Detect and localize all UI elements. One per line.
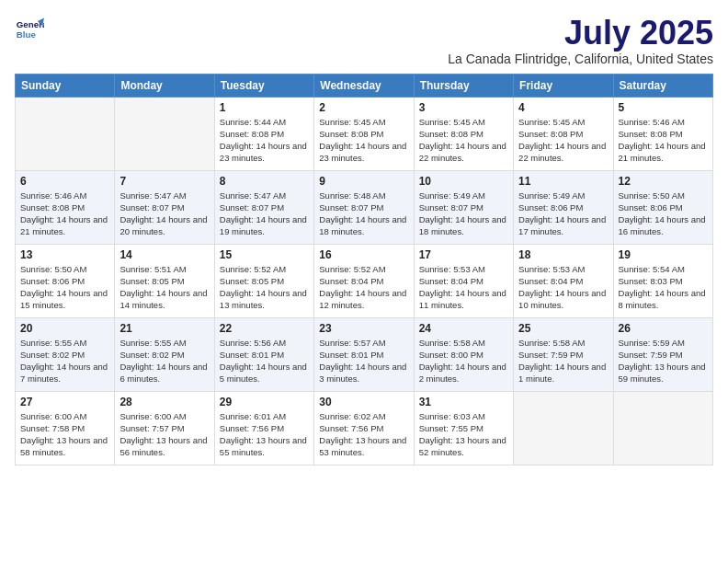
day-number: 1 <box>220 101 309 114</box>
day-number: 16 <box>319 248 408 261</box>
day-info: Sunrise: 6:01 AM Sunset: 7:56 PM Dayligh… <box>220 410 309 459</box>
day-number: 5 <box>619 101 708 114</box>
day-info: Sunrise: 6:00 AM Sunset: 7:58 PM Dayligh… <box>20 410 109 459</box>
day-number: 7 <box>119 175 209 188</box>
calendar-cell: 8Sunrise: 5:47 AM Sunset: 8:07 PM Daylig… <box>214 170 313 244</box>
calendar-cell: 16Sunrise: 5:52 AM Sunset: 8:04 PM Dayli… <box>314 244 414 317</box>
day-number: 2 <box>319 101 408 114</box>
calendar-cell: 31Sunrise: 6:03 AM Sunset: 7:55 PM Dayli… <box>414 391 513 465</box>
calendar-cell: 29Sunrise: 6:01 AM Sunset: 7:56 PM Dayli… <box>214 391 313 465</box>
calendar-cell: 11Sunrise: 5:49 AM Sunset: 8:06 PM Dayli… <box>514 170 613 244</box>
calendar-cell: 2Sunrise: 5:45 AM Sunset: 8:08 PM Daylig… <box>314 97 414 170</box>
calendar-cell: 4Sunrise: 5:45 AM Sunset: 8:08 PM Daylig… <box>514 97 613 170</box>
calendar-cell: 22Sunrise: 5:56 AM Sunset: 8:01 PM Dayli… <box>214 317 313 391</box>
weekday-header-wednesday: Wednesday <box>314 74 414 97</box>
calendar-cell: 19Sunrise: 5:54 AM Sunset: 8:03 PM Dayli… <box>613 244 712 317</box>
calendar-week-row: 1Sunrise: 5:44 AM Sunset: 8:08 PM Daylig… <box>16 97 713 170</box>
location: La Canada Flintridge, California, United… <box>448 52 713 66</box>
day-info: Sunrise: 5:50 AM Sunset: 8:06 PM Dayligh… <box>619 190 708 238</box>
calendar: SundayMondayTuesdayWednesdayThursdayFrid… <box>15 74 713 465</box>
logo: General Blue <box>15 15 44 44</box>
day-number: 25 <box>518 322 608 335</box>
calendar-cell: 21Sunrise: 5:55 AM Sunset: 8:02 PM Dayli… <box>115 317 214 391</box>
weekday-header-friday: Friday <box>514 74 613 97</box>
calendar-cell: 15Sunrise: 5:52 AM Sunset: 8:05 PM Dayli… <box>214 244 313 317</box>
page-header: General Blue July 2025 La Canada Flintri… <box>15 15 713 66</box>
day-number: 21 <box>119 322 209 335</box>
calendar-cell: 27Sunrise: 6:00 AM Sunset: 7:58 PM Dayli… <box>16 391 115 465</box>
calendar-cell: 6Sunrise: 5:46 AM Sunset: 8:08 PM Daylig… <box>16 170 115 244</box>
day-info: Sunrise: 5:45 AM Sunset: 8:08 PM Dayligh… <box>518 116 608 165</box>
day-number: 3 <box>419 101 508 114</box>
title-block: July 2025 La Canada Flintridge, Californ… <box>448 15 713 66</box>
calendar-cell: 10Sunrise: 5:49 AM Sunset: 8:07 PM Dayli… <box>414 170 513 244</box>
calendar-cell: 25Sunrise: 5:58 AM Sunset: 7:59 PM Dayli… <box>514 317 613 391</box>
day-info: Sunrise: 5:51 AM Sunset: 8:05 PM Dayligh… <box>119 263 209 312</box>
day-info: Sunrise: 5:53 AM Sunset: 8:04 PM Dayligh… <box>518 263 608 312</box>
day-number: 8 <box>220 175 309 188</box>
day-info: Sunrise: 5:49 AM Sunset: 8:07 PM Dayligh… <box>419 190 508 238</box>
calendar-week-row: 27Sunrise: 6:00 AM Sunset: 7:58 PM Dayli… <box>16 391 713 465</box>
day-number: 14 <box>119 248 209 261</box>
day-number: 31 <box>419 396 508 408</box>
calendar-cell: 18Sunrise: 5:53 AM Sunset: 8:04 PM Dayli… <box>514 244 613 317</box>
day-number: 18 <box>518 248 608 261</box>
calendar-cell: 12Sunrise: 5:50 AM Sunset: 8:06 PM Dayli… <box>613 170 712 244</box>
calendar-week-row: 20Sunrise: 5:55 AM Sunset: 8:02 PM Dayli… <box>16 317 713 391</box>
calendar-cell <box>115 97 214 170</box>
day-number: 17 <box>419 248 508 261</box>
weekday-header-row: SundayMondayTuesdayWednesdayThursdayFrid… <box>16 74 713 97</box>
day-info: Sunrise: 5:55 AM Sunset: 8:02 PM Dayligh… <box>20 337 109 385</box>
calendar-cell: 3Sunrise: 5:45 AM Sunset: 8:08 PM Daylig… <box>414 97 513 170</box>
weekday-header-sunday: Sunday <box>16 74 115 97</box>
weekday-header-thursday: Thursday <box>414 74 513 97</box>
calendar-cell <box>514 391 613 465</box>
day-info: Sunrise: 5:58 AM Sunset: 8:00 PM Dayligh… <box>419 337 508 385</box>
day-info: Sunrise: 5:44 AM Sunset: 8:08 PM Dayligh… <box>220 116 309 165</box>
day-info: Sunrise: 5:48 AM Sunset: 8:07 PM Dayligh… <box>319 190 408 238</box>
calendar-week-row: 6Sunrise: 5:46 AM Sunset: 8:08 PM Daylig… <box>16 170 713 244</box>
day-info: Sunrise: 5:45 AM Sunset: 8:08 PM Dayligh… <box>319 116 408 165</box>
day-number: 24 <box>419 322 508 335</box>
day-number: 29 <box>220 396 309 408</box>
calendar-cell: 30Sunrise: 6:02 AM Sunset: 7:56 PM Dayli… <box>314 391 414 465</box>
calendar-cell: 1Sunrise: 5:44 AM Sunset: 8:08 PM Daylig… <box>214 97 313 170</box>
calendar-cell: 23Sunrise: 5:57 AM Sunset: 8:01 PM Dayli… <box>314 317 414 391</box>
svg-text:Blue: Blue <box>17 29 37 40</box>
day-number: 12 <box>619 175 708 188</box>
day-info: Sunrise: 5:52 AM Sunset: 8:04 PM Dayligh… <box>319 263 408 312</box>
calendar-cell: 14Sunrise: 5:51 AM Sunset: 8:05 PM Dayli… <box>115 244 214 317</box>
day-number: 20 <box>20 322 109 335</box>
day-info: Sunrise: 6:03 AM Sunset: 7:55 PM Dayligh… <box>419 410 508 459</box>
day-number: 15 <box>220 248 309 261</box>
day-info: Sunrise: 5:47 AM Sunset: 8:07 PM Dayligh… <box>220 190 309 238</box>
logo-icon: General Blue <box>15 15 44 44</box>
calendar-cell: 20Sunrise: 5:55 AM Sunset: 8:02 PM Dayli… <box>16 317 115 391</box>
day-number: 13 <box>20 248 109 261</box>
day-number: 23 <box>319 322 408 335</box>
day-number: 4 <box>518 101 608 114</box>
day-number: 9 <box>319 175 408 188</box>
calendar-cell: 13Sunrise: 5:50 AM Sunset: 8:06 PM Dayli… <box>16 244 115 317</box>
day-info: Sunrise: 6:00 AM Sunset: 7:57 PM Dayligh… <box>119 410 209 459</box>
calendar-cell: 24Sunrise: 5:58 AM Sunset: 8:00 PM Dayli… <box>414 317 513 391</box>
calendar-cell <box>613 391 712 465</box>
calendar-cell: 7Sunrise: 5:47 AM Sunset: 8:07 PM Daylig… <box>115 170 214 244</box>
day-number: 11 <box>518 175 608 188</box>
day-info: Sunrise: 5:45 AM Sunset: 8:08 PM Dayligh… <box>419 116 508 165</box>
day-number: 26 <box>619 322 708 335</box>
day-info: Sunrise: 5:50 AM Sunset: 8:06 PM Dayligh… <box>20 263 109 312</box>
day-number: 6 <box>20 175 109 188</box>
calendar-cell: 28Sunrise: 6:00 AM Sunset: 7:57 PM Dayli… <box>115 391 214 465</box>
day-number: 22 <box>220 322 309 335</box>
day-info: Sunrise: 5:53 AM Sunset: 8:04 PM Dayligh… <box>419 263 508 312</box>
day-number: 28 <box>119 396 209 408</box>
weekday-header-saturday: Saturday <box>613 74 712 97</box>
month-title: July 2025 <box>448 15 713 52</box>
weekday-header-monday: Monday <box>115 74 214 97</box>
weekday-header-tuesday: Tuesday <box>214 74 313 97</box>
calendar-cell: 5Sunrise: 5:46 AM Sunset: 8:08 PM Daylig… <box>613 97 712 170</box>
day-info: Sunrise: 5:46 AM Sunset: 8:08 PM Dayligh… <box>20 190 109 238</box>
day-info: Sunrise: 5:55 AM Sunset: 8:02 PM Dayligh… <box>119 337 209 385</box>
day-info: Sunrise: 5:59 AM Sunset: 7:59 PM Dayligh… <box>619 337 708 385</box>
